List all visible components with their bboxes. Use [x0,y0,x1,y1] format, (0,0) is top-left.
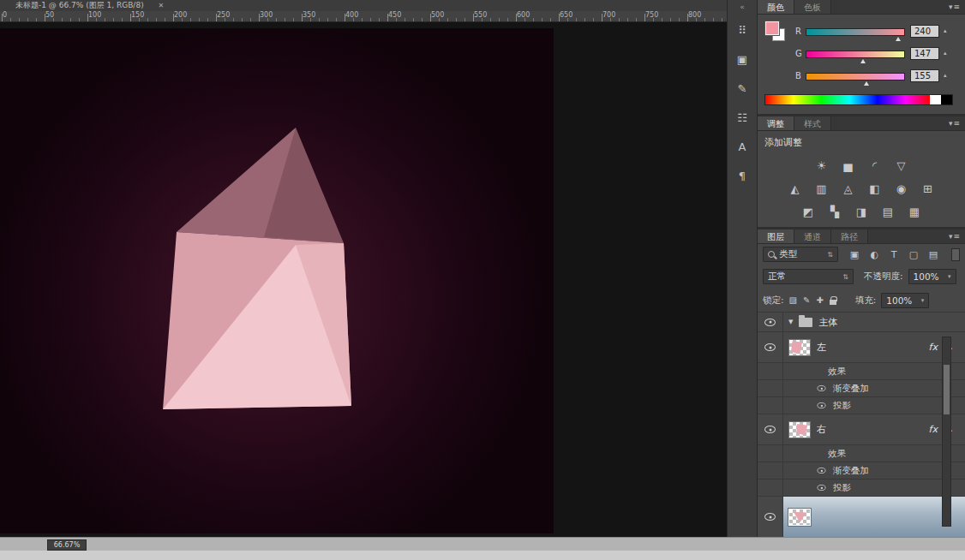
blue-stepper-icon[interactable]: ▴ [944,72,947,79]
levels-icon[interactable]: ▅ [841,158,856,175]
selective-color-icon[interactable]: ▦ [907,204,922,221]
effect-row-drop-shadow[interactable]: 投影 [758,480,965,497]
visibility-cell[interactable] [758,332,783,362]
blue-slider[interactable] [806,73,905,80]
green-slider[interactable] [806,51,905,58]
brightness-contrast-icon[interactable]: ☀ [814,158,830,175]
green-value-field[interactable]: 147 [910,47,939,60]
layer-row-right[interactable]: 右 fx ▴ [758,414,965,445]
tab-color[interactable]: 颜色 [758,0,794,14]
filter-switch-toggle[interactable] [951,248,960,261]
tab-layers[interactable]: 图层 [758,229,794,243]
ruler-label: 250 [217,11,230,19]
lock-move-icon[interactable]: ✚ [816,295,823,305]
effect-name[interactable]: 渐变叠加 [833,383,869,395]
effect-name[interactable]: 投影 [833,482,851,494]
character-panel-icon[interactable]: A [731,135,753,158]
selected-layer-thumbnail[interactable] [788,509,811,526]
lock-transparent-icon[interactable]: ▨ [789,295,797,305]
filter-smart-objects-icon[interactable]: ▤ [927,249,939,260]
layer-name[interactable]: 左 [817,341,826,354]
histogram-panel-icon[interactable]: ☷ [731,106,753,128]
channel-mixer-icon[interactable]: ⊞ [920,181,936,198]
gradient-map-icon[interactable]: ▤ [880,204,896,221]
fx-badge[interactable]: fx [929,342,938,353]
lock-all-icon[interactable] [830,300,836,305]
clone-source-panel-icon[interactable]: ▣ [731,48,753,70]
blend-mode-dropdown[interactable]: 正常 ⇅ [763,269,854,284]
selected-layer-row[interactable] [758,497,965,537]
color-spectrum-ramp[interactable] [764,94,953,105]
eye-icon[interactable] [817,402,825,408]
filter-type-layers-icon[interactable]: T [888,249,900,260]
close-icon[interactable]: ✕ [159,2,165,9]
layer-thumbnail[interactable] [788,339,811,356]
document-canvas[interactable] [0,28,554,533]
filter-shape-layers-icon[interactable]: ▢ [908,249,920,260]
eye-icon[interactable] [764,426,776,433]
eye-icon[interactable] [817,485,825,491]
tab-paths[interactable]: 路径 [831,229,868,243]
panel-menu-icon[interactable]: ▾≡ [949,119,961,128]
visibility-cell[interactable] [758,497,783,537]
tab-swatches[interactable]: 色板 [794,0,831,14]
layer-thumbnail[interactable] [788,421,811,438]
blue-slider-thumb[interactable] [864,81,869,86]
eye-icon[interactable] [817,385,825,391]
filter-adjustment-layers-icon[interactable]: ◐ [868,249,880,260]
green-slider-thumb[interactable] [860,59,866,63]
red-slider-thumb[interactable] [896,37,901,41]
black-white-icon[interactable]: ◧ [867,181,883,198]
layer-group-row[interactable]: ▼ 主体 [758,313,965,332]
ruler[interactable]: 0501001502002503003504004505005506006507… [0,11,727,22]
layers-scrollbar-thumb[interactable] [944,365,950,414]
fx-badge[interactable]: fx [929,424,938,435]
posterize-icon[interactable]: ▚ [827,204,842,221]
brush-presets-panel-icon[interactable]: ⠿ [731,19,753,41]
fill-dropdown[interactable]: 100% ▾ [881,293,929,308]
collapse-dock-icon[interactable]: « [731,2,753,12]
red-value-field[interactable]: 240 [910,25,939,38]
zoom-level-field[interactable]: 66.67% [47,539,87,551]
tool-presets-panel-icon[interactable]: ✎ [731,77,753,99]
blue-value-field[interactable]: 155 [910,69,939,82]
panel-menu-icon[interactable]: ▾≡ [949,232,961,241]
exposure-icon[interactable]: ▽ [894,158,909,175]
vibrance-icon[interactable]: ◭ [788,181,803,198]
eye-icon[interactable] [817,468,825,474]
tab-adjustments[interactable]: 调整 [758,116,794,130]
paragraph-panel-icon[interactable]: ¶ [731,164,753,187]
lock-paint-icon[interactable]: ✎ [803,295,810,305]
effect-row-gradient-overlay[interactable]: 渐变叠加 [758,462,965,480]
visibility-cell[interactable] [758,414,783,444]
color-balance-icon[interactable]: ◬ [841,181,856,198]
eye-icon[interactable] [764,343,776,351]
tab-styles[interactable]: 样式 [794,116,831,130]
layer-row-left[interactable]: 左 fx ▴ [758,332,965,363]
tab-channels[interactable]: 通道 [794,229,831,243]
curves-icon[interactable]: ◜ [867,158,883,175]
effect-name[interactable]: 渐变叠加 [833,465,869,477]
effect-row-gradient-overlay[interactable]: 渐变叠加 [758,380,965,397]
effect-name[interactable]: 投影 [833,400,851,412]
invert-icon[interactable]: ◩ [800,204,816,221]
layer-filter-type-dropdown[interactable]: 类型 ⇅ [763,247,838,262]
eye-icon[interactable] [764,319,776,326]
red-slider[interactable] [806,28,905,36]
layer-name[interactable]: 右 [817,423,826,436]
threshold-icon[interactable]: ◨ [854,204,869,221]
eye-icon[interactable] [764,513,776,521]
filter-pixel-layers-icon[interactable]: ▣ [848,249,860,260]
panel-menu-icon[interactable]: ▾≡ [949,3,961,11]
red-stepper-icon[interactable]: ▴ [944,27,947,34]
effect-row-drop-shadow[interactable]: 投影 [758,397,965,414]
hue-saturation-icon[interactable]: ▥ [814,181,830,198]
status-bar[interactable]: 66.67% [0,537,965,560]
opacity-dropdown[interactable]: 100% ▾ [908,269,956,284]
visibility-cell[interactable] [758,313,783,331]
layers-scrollbar[interactable] [942,337,951,527]
green-stepper-icon[interactable]: ▴ [944,50,947,57]
group-name[interactable]: 主体 [818,316,837,329]
group-expand-icon[interactable]: ▼ [788,319,793,325]
photo-filter-icon[interactable]: ◉ [894,181,909,198]
